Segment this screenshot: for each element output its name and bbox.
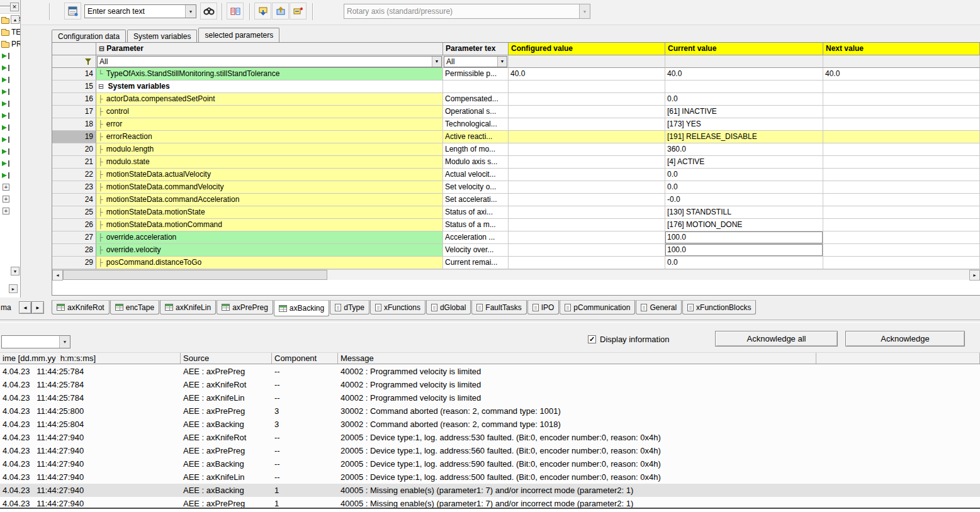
param-name-cell[interactable]: ├ override.velocity [96, 244, 443, 257]
param-name-cell[interactable]: ├ control [96, 106, 443, 118]
param-name-cell[interactable]: ├ modulo.length [96, 143, 443, 156]
tree-scroll-up-button[interactable]: ▲ [11, 15, 20, 24]
param-name-cell[interactable]: ├ motionStateData.actualVelocity [96, 169, 443, 181]
acknowledge-button[interactable]: Acknowledge [845, 331, 965, 347]
object-tab-enctape[interactable]: encTape [110, 300, 159, 314]
tree-item[interactable] [0, 169, 20, 181]
object-tab-general[interactable]: General [636, 300, 682, 314]
tree-item[interactable] [0, 97, 20, 109]
object-tab-axkniferot[interactable]: axKnifeRot [52, 300, 110, 314]
object-tab-axknifelin[interactable]: axKnifeLin [160, 300, 216, 314]
current-cell[interactable]: 100.0 [665, 231, 823, 244]
row-number[interactable]: 26 [52, 219, 96, 231]
row-number[interactable]: 25 [52, 206, 96, 219]
alarm-filter-value[interactable] [2, 336, 59, 348]
message-column-header[interactable]: Message [338, 353, 816, 364]
download-button[interactable] [254, 3, 271, 19]
param-name-cell[interactable]: ├ motionStateData.commandVelocity [96, 181, 443, 194]
object-tab-ipo[interactable]: IPO [527, 300, 560, 314]
alarm-row[interactable]: 4.04.23 11:44:25:784AEE : axKnifeLin--40… [0, 391, 980, 404]
acknowledge-all-button[interactable]: Acknowledge all [715, 331, 838, 347]
row-number[interactable]: 14 [52, 68, 96, 81]
scroll-right-button[interactable]: ► [969, 270, 980, 281]
display-information-checkbox-group[interactable]: ✓ Display information [588, 335, 670, 344]
object-tab-axbacking[interactable]: axBacking [274, 300, 329, 316]
group-cell[interactable]: ⊟ System variables [96, 81, 443, 93]
chevron-down-icon[interactable]: ▼ [59, 336, 70, 348]
alarm-row[interactable]: 4.04.23 11:44:27:940AEE : axBacking14000… [0, 484, 980, 497]
tab-selected-parameters[interactable]: selected parameters [198, 28, 279, 42]
tree-item[interactable]: + [0, 181, 20, 193]
tree-scroll-down-button[interactable]: ▼ [11, 267, 20, 275]
assignment-button[interactable] [227, 3, 244, 19]
alarm-row[interactable]: 4.04.23 11:44:27:940AEE : axKnifeLin--20… [0, 470, 980, 484]
tree-item[interactable]: + [0, 205, 20, 217]
scroll-left-button[interactable]: ◄ [52, 270, 63, 281]
param-name-cell[interactable]: ├ motionStateData.motionState [96, 206, 443, 219]
search-dropdown-button[interactable]: ▼ [185, 5, 196, 18]
object-tab-xfunctions[interactable]: xFunctions [370, 300, 425, 314]
tree-scroll-right-button[interactable]: ► [9, 284, 18, 293]
tree-item[interactable] [0, 109, 20, 121]
tabs-scroll-left-button[interactable]: ◄ [19, 301, 31, 314]
parameter-filter-combo[interactable]: All ▼ [97, 56, 442, 67]
panel-grip[interactable] [0, 6, 10, 8]
tab-configuration-data[interactable]: Configuration data [52, 30, 126, 42]
object-tab-xfunctionblocks[interactable]: xFunctionBlocks [682, 300, 756, 314]
tree-item[interactable] [0, 62, 20, 74]
grid-horizontal-scrollbar[interactable]: ◄ ► [52, 269, 980, 280]
object-tab-dglobal[interactable]: dGlobal [426, 300, 471, 314]
tree-item[interactable] [0, 145, 20, 157]
object-tab-axprepreg[interactable]: axPrePreg [217, 300, 273, 314]
tree-item[interactable] [0, 133, 20, 145]
expand-icon[interactable]: + [3, 196, 9, 203]
chevron-down-icon[interactable]: ▼ [497, 57, 507, 67]
parameter-column-header[interactable]: ⊟Parameter [96, 43, 443, 55]
row-number[interactable]: 29 [52, 257, 96, 269]
param-name-cell[interactable]: ├ error [96, 118, 443, 131]
current-value-column-header[interactable]: Current value [665, 43, 823, 55]
alarm-row[interactable]: 4.04.23 11:44:27:940AEE : axKnifeRot--20… [0, 431, 980, 444]
find-button[interactable] [200, 3, 217, 19]
param-name-cell[interactable]: ├ modulo.state [96, 156, 443, 169]
chevron-down-icon[interactable]: ▼ [432, 57, 441, 67]
component-column-header[interactable]: Component [272, 353, 338, 364]
alarm-row[interactable]: 4.04.23 11:44:25:784AEE : axPrePreg--400… [0, 365, 980, 378]
param-name-cell[interactable]: ├ errorReaction [96, 131, 443, 143]
alarm-row[interactable]: 4.04.23 11:44:27:940AEE : axBacking--200… [0, 457, 980, 470]
row-number[interactable]: 22 [52, 169, 96, 181]
tree-item-pro[interactable]: PRO [0, 38, 20, 50]
search-combo[interactable]: Enter search text ▼ [84, 4, 196, 18]
param-name-cell[interactable]: ├ motionStateData.commandAcceleration [96, 194, 443, 206]
tree-item[interactable] [0, 74, 20, 86]
close-panel-button[interactable]: ✕ [10, 3, 19, 11]
row-number[interactable]: 19 [52, 131, 96, 143]
tree-item[interactable] [0, 157, 20, 169]
row-number[interactable]: 16 [52, 93, 96, 106]
object-tab-faulttasks[interactable]: FaultTasks [471, 300, 526, 314]
source-column-header[interactable]: Source [181, 353, 272, 364]
restore-button[interactable] [290, 3, 307, 19]
object-tab-dtype[interactable]: dType [330, 300, 369, 314]
row-number[interactable]: 23 [52, 181, 96, 194]
param-name-cell[interactable]: ├ actorData.compensatedSetPoint [96, 93, 443, 106]
object-tab-pcommunication[interactable]: pCommunication [560, 300, 635, 314]
expand-icon[interactable]: + [3, 184, 9, 191]
current-cell[interactable]: 100.0 [665, 244, 823, 257]
text-filter-combo[interactable]: All ▼ [444, 56, 507, 67]
filter-cell[interactable] [52, 55, 96, 68]
row-number[interactable]: 21 [52, 156, 96, 169]
upload-button[interactable] [272, 3, 289, 19]
param-name-cell[interactable]: ├ posCommand.distanceToGo [96, 257, 443, 269]
tree-item-tec[interactable]: TEC [0, 26, 20, 38]
tree-item[interactable] [0, 86, 20, 97]
param-name-cell[interactable]: ├ motionStateData.motionCommand [96, 219, 443, 231]
row-number[interactable]: 20 [52, 143, 96, 156]
param-name-cell[interactable]: └ TypeOfAxis.StandStillMonitoring.stillS… [96, 68, 443, 81]
row-number[interactable]: 15 [52, 81, 96, 93]
expand-icon[interactable]: + [3, 208, 9, 214]
tree-item[interactable] [0, 50, 20, 62]
tree-item[interactable] [0, 121, 20, 133]
alarm-filter-combo[interactable]: ▼ [1, 335, 70, 348]
parameter-text-column-header[interactable]: Parameter tex [443, 43, 509, 55]
